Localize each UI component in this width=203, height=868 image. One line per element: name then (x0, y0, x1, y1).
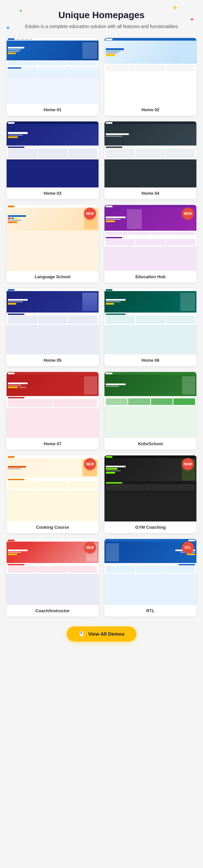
demo-label-coach-instructor: Coach/Instructor (7, 605, 99, 617)
mock-home06 (104, 288, 196, 354)
mock-home07 (7, 372, 99, 438)
demo-card-education-hub[interactable]: NEW (104, 205, 196, 282)
demo-preview-home01 (7, 38, 99, 104)
page-title: Unique Homepages (7, 10, 196, 21)
mock-home01 (7, 38, 99, 104)
demo-label-language-school: Language School (7, 271, 99, 282)
new-badge-coach-instructor: NEW (84, 541, 96, 554)
new-badge-language-school: NEW (84, 208, 96, 219)
demo-label-home07: Home 07 (7, 438, 99, 450)
demo-label-home01: Home 01 (7, 104, 99, 116)
rtl-badge: RTL (182, 541, 194, 554)
demo-label-home03: Home 03 (7, 187, 99, 199)
view-all-label: View All Demos (88, 631, 125, 637)
demo-label-rtl: RTL (104, 605, 196, 617)
demo-card-home02[interactable]: Home 02 (104, 38, 196, 116)
demo-card-home06[interactable]: Home 06 (104, 288, 196, 366)
demo-card-language-school[interactable]: NEW Language School (7, 205, 99, 282)
page-header: Unique Homepages Edubin is a complete ed… (7, 10, 196, 30)
demo-card-gym-coaching[interactable]: NEW (104, 456, 196, 533)
mock-home02 (104, 38, 196, 104)
demo-card-home05[interactable]: Home 05 (7, 288, 99, 366)
demo-card-coach-instructor[interactable]: NEW (7, 539, 99, 617)
demo-card-home03[interactable]: Home 03 (7, 121, 99, 199)
demo-label-cooking-course: Cooking Course (7, 522, 99, 533)
demo-label-education-hub: Education Hub (104, 271, 196, 282)
page-subtitle: Edubin is a complete education solution … (7, 23, 196, 30)
mock-home05 (7, 288, 99, 354)
mock-kids (104, 372, 196, 438)
mock-home03 (7, 121, 99, 187)
demo-preview-home03 (7, 121, 99, 187)
demo-preview-home05 (7, 288, 99, 354)
page-wrapper: Unique Homepages Edubin is a complete ed… (0, 0, 203, 658)
demo-preview-home04 (104, 121, 196, 187)
demo-label-kids-school: Kids/School (104, 438, 196, 450)
demo-card-home04[interactable]: Home 04 (104, 121, 196, 199)
demo-card-kids-school[interactable]: Kids/School (104, 372, 196, 450)
new-badge-cooking-course: NEW (84, 458, 96, 470)
demo-card-rtl[interactable]: RTL (104, 539, 196, 617)
view-all-button[interactable]: 🖱️ View All Demos (67, 626, 136, 642)
demo-card-home01[interactable]: Home 01 (7, 38, 99, 116)
demo-label-home05: Home 05 (7, 354, 99, 366)
demo-label-gym-coaching: GYM Coaching (104, 522, 196, 533)
demo-preview-kids-school (104, 372, 196, 438)
cursor-icon: 🖱️ (78, 631, 85, 637)
demo-card-cooking-course[interactable]: NEW Cooking (7, 456, 99, 533)
demo-preview-home07 (7, 372, 99, 438)
demo-preview-home02 (104, 38, 196, 104)
demo-label-home02: Home 02 (104, 104, 196, 116)
new-badge-education-hub: NEW (182, 208, 194, 219)
mock-home04 (104, 121, 196, 187)
demo-label-home06: Home 06 (104, 354, 196, 366)
new-badge-gym-coaching: NEW (182, 458, 194, 470)
demo-label-home04: Home 04 (104, 187, 196, 199)
decor-dot-1 (173, 6, 177, 9)
demo-preview-home06 (104, 288, 196, 354)
demos-grid: Home 01 (7, 38, 196, 617)
demo-card-home07[interactable]: Home 07 (7, 372, 99, 450)
